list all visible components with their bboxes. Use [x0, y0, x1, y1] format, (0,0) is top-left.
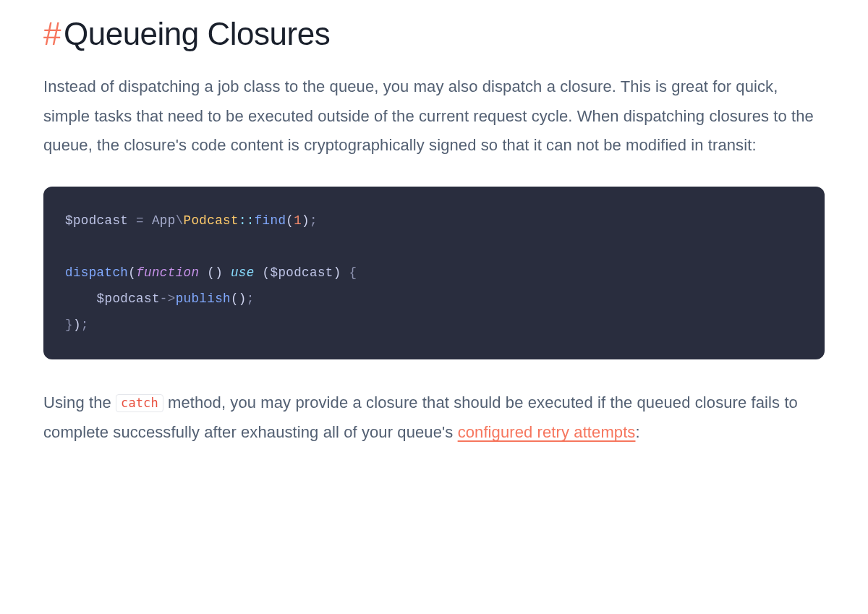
code-token: ; [247, 291, 255, 306]
code-token: { [349, 265, 357, 280]
paragraph-text: Using the [43, 393, 116, 412]
code-token: -> [160, 291, 176, 306]
code-token: :: [239, 213, 255, 228]
code-token: use [231, 265, 255, 280]
code-token: ( [231, 291, 239, 306]
code-token: publish [176, 291, 231, 306]
paragraph-text: : [635, 423, 639, 441]
code-token: $podcast [97, 291, 160, 306]
inline-code-catch: catch [116, 394, 163, 412]
code-token [341, 265, 349, 280]
code-token: ( [128, 265, 136, 280]
code-token: $podcast [271, 265, 333, 280]
code-token [223, 265, 231, 280]
heading-anchor[interactable]: # [43, 16, 61, 51]
code-token: function [136, 265, 199, 280]
code-token: 1 [294, 213, 302, 228]
code-token: Podcast [184, 213, 239, 228]
code-token [65, 291, 97, 306]
code-token: App [152, 213, 176, 228]
code-token: = [128, 213, 152, 228]
doc-page: #Queueing Closures Instead of dispatchin… [0, 0, 868, 503]
code-token: find [255, 213, 286, 228]
code-token: \ [176, 213, 184, 228]
code-token: ) [239, 291, 247, 306]
code-pre: $podcast = App\Podcast::find(1); dispatc… [65, 208, 803, 338]
code-token: ) [333, 265, 341, 280]
code-token: ( [207, 265, 215, 280]
code-token [199, 265, 207, 280]
code-token: ) [215, 265, 223, 280]
code-token: ) [302, 213, 310, 228]
code-block: $podcast = App\Podcast::find(1); dispatc… [43, 187, 825, 359]
code-token: ; [81, 317, 89, 332]
code-token: ) [73, 317, 81, 332]
follow-paragraph: Using the catch method, you may provide … [43, 388, 825, 447]
intro-paragraph: Instead of dispatching a job class to th… [43, 72, 825, 161]
heading-title: Queueing Closures [64, 16, 330, 51]
code-token [255, 265, 263, 280]
code-token: $podcast [65, 213, 128, 228]
retry-attempts-link[interactable]: configured retry attempts [458, 423, 636, 441]
code-token: ; [310, 213, 318, 228]
code-token: ( [263, 265, 271, 280]
code-token: dispatch [65, 265, 128, 280]
code-token: } [65, 317, 73, 332]
section-heading: #Queueing Closures [43, 16, 825, 52]
code-token: ( [286, 213, 294, 228]
